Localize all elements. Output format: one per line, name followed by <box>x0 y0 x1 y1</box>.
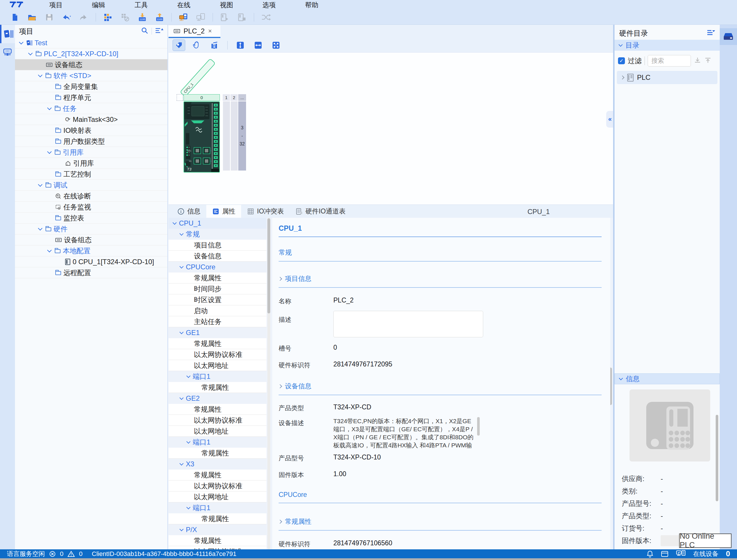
catalog-section-header[interactable]: 目录 <box>615 40 720 51</box>
search-icon[interactable] <box>141 27 149 36</box>
prop-nav-master-task[interactable]: 主站任务 <box>169 316 267 327</box>
prop-nav-ge1-eth-addr[interactable]: 以太网地址 <box>169 360 267 371</box>
prop-nav-x3-general[interactable]: 常规属性 <box>169 470 267 480</box>
prop-nav-time-sync[interactable]: 时间同步 <box>169 283 267 294</box>
rack-slot-empty[interactable] <box>177 94 183 101</box>
rack-slot-0-header[interactable]: 0 <box>184 94 220 101</box>
tree-item-ref-lib[interactable]: 引用库 <box>15 147 167 158</box>
tree-item-ref-lib-node[interactable]: 引用库 <box>15 158 167 169</box>
logout-device-button[interactable] <box>194 11 207 23</box>
shuffle-button[interactable] <box>259 11 273 23</box>
tree-item-test[interactable]: Test <box>15 37 167 48</box>
menu-view[interactable]: 视图 <box>205 1 248 10</box>
catalog-sort-icon[interactable] <box>706 29 715 37</box>
device-description-text[interactable]: T324带EC,PN的版本：标配4个网口，X1，X2是GE端口，X3是可配置端口… <box>333 417 480 449</box>
prop-nav-x3-port1[interactable]: 端口1 <box>169 502 267 513</box>
prop-nav-startup[interactable]: 启动 <box>169 305 267 316</box>
tree-item-maintask[interactable]: ⟳MainTask<30> <box>15 114 167 125</box>
prop-nav-ge1-port1[interactable]: 端口1 <box>169 371 267 382</box>
filter-checkbox[interactable]: ✓ <box>618 57 625 64</box>
prop-nav-x3[interactable]: X3 <box>169 459 267 470</box>
download-to-plc-button[interactable]: 1100 <box>136 11 149 23</box>
start-plc-button[interactable] <box>218 11 231 23</box>
scrollbar-thumb[interactable] <box>477 417 480 436</box>
prop-nav-x3-eth-addr[interactable]: 以太网地址 <box>169 491 267 502</box>
prop-nav-ge2-general[interactable]: 常规属性 <box>169 404 267 415</box>
tab-info[interactable]: 信息 <box>171 205 206 218</box>
tree-item-device-config-hw[interactable]: 设备组态 <box>15 234 167 245</box>
section-project-info[interactable]: 项目信息 <box>279 274 602 283</box>
fit-vertical-button[interactable] <box>234 39 247 51</box>
stop-plc-button[interactable] <box>235 11 249 23</box>
tree-item-io-map[interactable]: IO映射表 <box>15 125 167 136</box>
device-canvas[interactable]: CPU_1 0 1 2 ... 3 - 32 <box>169 53 613 205</box>
menu-online[interactable]: 在线 <box>162 1 205 10</box>
prop-nav-ge2-eth-std[interactable]: 以太网协议标准 <box>169 415 267 426</box>
redo-button[interactable] <box>77 11 90 23</box>
menu-edit[interactable]: 编辑 <box>77 1 120 10</box>
prop-nav-scrollbar[interactable] <box>267 218 270 549</box>
activity-project-tab[interactable] <box>0 25 15 43</box>
prop-nav-px[interactable]: P/X <box>169 524 267 535</box>
tab-plc2[interactable]: PLC_2 × <box>169 25 220 38</box>
prop-nav-project-info[interactable]: 项目信息 <box>169 240 267 251</box>
fit-horizontal-button[interactable] <box>252 39 264 51</box>
expand-all-icon[interactable] <box>694 56 701 65</box>
prop-nav-px-eth-std[interactable]: 以太网协议标准 <box>169 546 267 549</box>
tree-item-device-config[interactable]: 设备组态 <box>15 59 167 70</box>
tab-hw-io-channels[interactable]: 硬件IO通道表 <box>290 205 351 218</box>
menu-tools[interactable]: 工具 <box>120 1 162 10</box>
prop-nav-x3-eth-std[interactable]: 以太网协议标准 <box>169 480 267 491</box>
activity-network-tab[interactable] <box>0 43 15 62</box>
tree-item-hardware[interactable]: 硬件 <box>15 224 167 234</box>
catalog-search-input[interactable] <box>648 55 691 67</box>
tree-item-software[interactable]: 软件 <STD> <box>15 70 167 81</box>
prop-nav-timezone[interactable]: 时区设置 <box>169 294 267 305</box>
rack-slot-1-header[interactable]: 1 <box>223 94 230 101</box>
prop-nav-ge1[interactable]: GE1 <box>169 327 267 338</box>
menu-options[interactable]: 选项 <box>248 1 290 10</box>
tree-item-program-units[interactable]: 程序单元 <box>15 92 167 103</box>
select-tool-button[interactable] <box>173 39 185 51</box>
login-device-button[interactable] <box>177 11 190 23</box>
new-project-button[interactable] <box>8 11 21 23</box>
prop-nav-ge1-eth-std[interactable]: 以太网协议标准 <box>169 349 267 360</box>
prop-nav-ge2[interactable]: GE2 <box>169 393 267 404</box>
compile-all-button[interactable] <box>118 11 132 23</box>
tree-item-local-config[interactable]: 本地配置 <box>15 245 167 256</box>
upload-from-plc-button[interactable]: 1100 <box>153 11 166 23</box>
columns-view-button[interactable] <box>208 39 221 51</box>
hardware-catalog-strip-tab[interactable] <box>720 28 737 45</box>
description-input[interactable] <box>333 311 483 337</box>
section-general-props[interactable]: 常规属性 <box>279 517 602 526</box>
sort-icon[interactable] <box>155 27 163 35</box>
tree-item-cpu1[interactable]: 0 CPU_1[T324-XP-CD-10] <box>15 256 167 267</box>
prop-nav-px-general[interactable]: 常规属性 <box>169 535 267 546</box>
catalog-item-plc[interactable]: PLC <box>617 71 717 84</box>
compile-button[interactable] <box>101 11 114 23</box>
tree-item-global-vars[interactable]: 全局变量集 <box>15 81 167 92</box>
prop-nav-ge2-port1[interactable]: 端口1 <box>169 437 267 448</box>
tree-item-online-diagnosis[interactable]: 在线诊断 <box>15 191 167 202</box>
close-icon[interactable]: × <box>208 27 212 35</box>
bell-icon[interactable] <box>647 550 653 558</box>
open-project-button[interactable] <box>25 11 39 23</box>
rack-slot-2-header[interactable]: 2 <box>230 94 238 101</box>
info-section-header[interactable]: 信息 <box>615 373 720 384</box>
collapse-all-icon[interactable] <box>704 56 712 65</box>
menu-help[interactable]: 帮助 <box>290 1 333 10</box>
prop-nav-ge2-eth-addr[interactable]: 以太网地址 <box>169 426 267 437</box>
tab-io-conflicts[interactable]: IO冲突表 <box>241 205 290 218</box>
plc-module-graphic[interactable]: GE1 GE2 X3 P/X T3 <box>184 101 220 173</box>
tree-item-user-types[interactable]: 用户数据类型 <box>15 136 167 147</box>
tree-item-task-monitor[interactable]: 任务监视 <box>15 202 167 213</box>
section-device-info[interactable]: 设备信息 <box>279 382 602 391</box>
prop-nav-ge1-general[interactable]: 常规属性 <box>169 338 267 349</box>
rack-slot-2-strip[interactable] <box>230 101 238 171</box>
prop-nav-device-info[interactable]: 设备信息 <box>169 251 267 262</box>
prop-nav-cpucore[interactable]: CPUCore <box>169 262 267 273</box>
tree-item-remote-config[interactable]: 远程配置 <box>15 267 167 278</box>
pan-tool-button[interactable] <box>190 39 203 51</box>
prop-nav-ge2-port1-general[interactable]: 常规属性 <box>169 448 267 459</box>
prop-nav-cpu1[interactable]: CPU_1 <box>169 218 267 229</box>
